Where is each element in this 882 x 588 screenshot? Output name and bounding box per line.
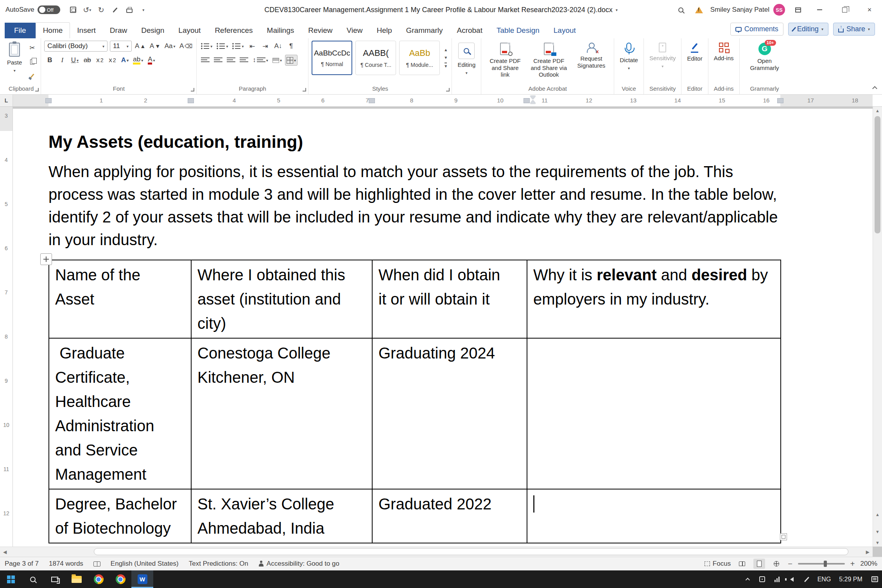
align-center-button[interactable]: [213, 55, 224, 66]
table-column-marker[interactable]: [45, 98, 52, 103]
cell-asset-1-name[interactable]: Graduate Certificate, Healthcare Adminis…: [49, 338, 191, 489]
tab-stop-selector[interactable]: L: [0, 95, 13, 106]
table-column-marker[interactable]: [369, 98, 375, 103]
notification-center-button[interactable]: [867, 570, 882, 588]
horizontal-scrollbar[interactable]: ◀ ▶: [0, 547, 873, 557]
tab-file[interactable]: File: [5, 23, 36, 38]
next-page-button[interactable]: ▼: [873, 529, 882, 534]
style-normal[interactable]: AaBbCcDc ¶ Normal: [312, 41, 352, 75]
document-page[interactable]: My Assets (education, training) When app…: [13, 109, 873, 547]
chrome-button-2[interactable]: [109, 570, 131, 588]
cell-asset-2-where[interactable]: St. Xavier’s College Ahmedabad, India: [191, 489, 372, 543]
paste-button[interactable]: Paste ▾: [5, 41, 24, 81]
share-button[interactable]: Share ▾: [833, 23, 875, 36]
tab-review[interactable]: Review: [301, 23, 339, 38]
bold-button[interactable]: B: [44, 55, 55, 66]
superscript-button[interactable]: x2: [107, 55, 118, 66]
vertical-scrollbar[interactable]: ▲ ▲ ▼ ▼: [873, 107, 882, 547]
page-indicator[interactable]: Page 3 of 7: [5, 560, 39, 568]
editor-button[interactable]: Editor: [685, 41, 705, 64]
shrink-font-button[interactable]: A▼: [149, 41, 161, 52]
clock[interactable]: 5:29 PM: [834, 570, 867, 588]
sort-button[interactable]: A↓: [272, 41, 283, 52]
search-button[interactable]: [672, 0, 690, 20]
file-explorer-button[interactable]: [66, 570, 88, 588]
zoom-percent-button[interactable]: 200%: [860, 560, 877, 568]
cut-button[interactable]: ✂: [27, 42, 38, 53]
tab-help[interactable]: Help: [369, 23, 399, 38]
print-button[interactable]: [123, 4, 136, 16]
previous-page-button[interactable]: ▲: [873, 512, 882, 517]
redo-button[interactable]: ↻: [95, 4, 108, 16]
tab-table-design[interactable]: Table Design: [489, 23, 547, 38]
scroll-right-arrow[interactable]: ▶: [866, 549, 869, 555]
tab-layout-contextual[interactable]: Layout: [547, 23, 583, 38]
ribbon-display-options-button[interactable]: [789, 0, 807, 20]
strikethrough-button[interactable]: ab: [82, 55, 93, 66]
paragraph-dialog-launcher[interactable]: [303, 88, 306, 91]
open-grammarly-button[interactable]: G 10+ Open Grammarly: [743, 41, 787, 73]
zoom-slider[interactable]: [798, 563, 845, 565]
change-case-button[interactable]: Aa▾: [163, 41, 176, 52]
editing-mode-dropdown[interactable]: Editing ▾: [788, 23, 828, 36]
tab-grammarly[interactable]: Grammarly: [399, 23, 450, 38]
table-column-marker[interactable]: [777, 98, 783, 103]
hanging-indent-marker[interactable]: [530, 100, 536, 104]
tab-acrobat[interactable]: Acrobat: [450, 23, 489, 38]
maximize-button[interactable]: [832, 0, 857, 20]
alerts-button[interactable]: [690, 0, 708, 20]
scroll-up-arrow[interactable]: ▲: [873, 108, 882, 113]
cell-asset-2-when[interactable]: Graduated 2022: [372, 489, 527, 543]
scroll-down-arrow[interactable]: ▼: [873, 540, 882, 545]
highlight-color-button[interactable]: ab▾: [132, 55, 144, 66]
cell-asset-1-where[interactable]: Conestoga College Kitchener, ON: [191, 338, 372, 489]
save-button[interactable]: [66, 4, 80, 16]
styles-more-button[interactable]: ▾: [445, 63, 447, 69]
tab-insert[interactable]: Insert: [70, 23, 103, 38]
tab-design[interactable]: Design: [134, 23, 171, 38]
taskbar-search-button[interactable]: [22, 570, 44, 588]
tab-draw[interactable]: Draw: [103, 23, 134, 38]
language-indicator[interactable]: ENG: [814, 570, 834, 588]
windows-ink-button[interactable]: [799, 570, 814, 588]
clear-formatting-button[interactable]: A⌫: [179, 41, 194, 52]
create-pdf-share-link-button[interactable]: Create PDF and Share link: [484, 41, 526, 80]
undo-button[interactable]: ↺▾: [81, 4, 94, 16]
grow-font-button[interactable]: A▲: [134, 41, 147, 52]
tab-home[interactable]: Home: [36, 22, 70, 38]
start-button[interactable]: [0, 570, 22, 588]
focus-button[interactable]: Focus: [705, 560, 731, 568]
header-cell-when-obtained[interactable]: When did I obtain it or will obtain it: [372, 260, 527, 338]
font-size-select[interactable]: 11▾: [110, 41, 132, 52]
decrease-indent-button[interactable]: ⇤: [247, 41, 258, 52]
editing-group-button[interactable]: Editing ▾: [455, 41, 478, 77]
volume-button[interactable]: [784, 570, 799, 588]
styles-dialog-launcher[interactable]: [446, 88, 450, 91]
table-resize-handle[interactable]: [780, 533, 787, 540]
cell-asset-1-when[interactable]: Graduating 2024: [372, 338, 527, 489]
proofing-errors-button[interactable]: [93, 561, 100, 566]
line-spacing-button[interactable]: ↕▾: [251, 55, 269, 66]
first-line-indent-marker[interactable]: [530, 96, 536, 99]
tab-layout[interactable]: Layout: [171, 23, 208, 38]
close-button[interactable]: ×: [857, 0, 882, 20]
horizontal-ruler[interactable]: 123456789101112131415161718 L: [0, 95, 882, 107]
table-column-marker[interactable]: [188, 98, 194, 103]
word-taskbar-button[interactable]: W: [131, 570, 153, 588]
align-right-button[interactable]: [226, 55, 237, 66]
show-formatting-marks-button[interactable]: ¶: [285, 41, 296, 52]
print-layout-button[interactable]: [753, 559, 765, 569]
format-painter-button[interactable]: [27, 70, 38, 81]
increase-indent-button[interactable]: ⇥: [260, 41, 271, 52]
styles-scroll-down-button[interactable]: ▾: [445, 55, 447, 60]
styles-scroll-up-button[interactable]: ▴: [445, 47, 447, 52]
scroll-left-arrow[interactable]: ◀: [3, 549, 7, 555]
align-left-button[interactable]: [200, 55, 211, 66]
minimize-button[interactable]: [807, 0, 832, 20]
web-layout-button[interactable]: [771, 559, 782, 569]
underline-button[interactable]: U▾: [69, 55, 80, 66]
tray-expand-button[interactable]: [740, 570, 755, 588]
tray-app-button[interactable]: [755, 570, 769, 588]
italic-button[interactable]: I: [57, 55, 68, 66]
header-cell-where-obtained[interactable]: Where I obtained this asset (institution…: [191, 260, 372, 338]
